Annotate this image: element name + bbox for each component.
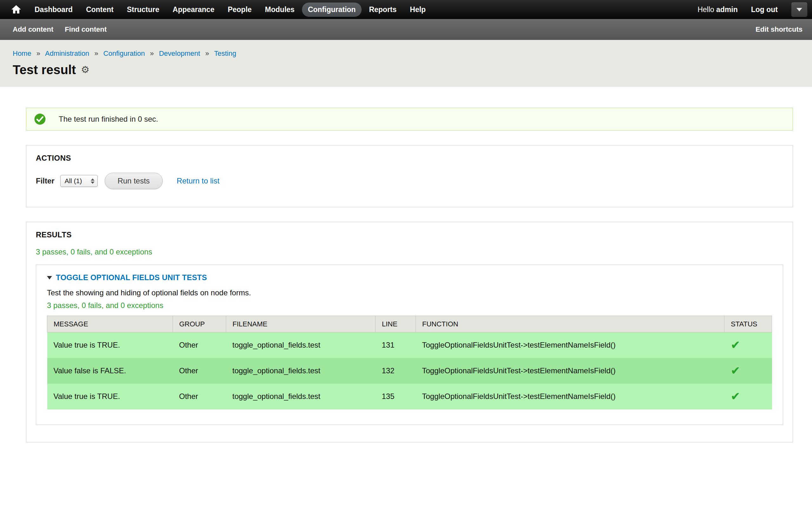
edit-shortcuts-link[interactable]: Edit shortcuts xyxy=(756,25,803,34)
column-header-filename: FILENAME xyxy=(226,316,375,332)
pass-check-icon: ✔ xyxy=(731,364,740,377)
user-greeting: Hello admin xyxy=(698,5,738,14)
toolbar-item-dashboard[interactable]: Dashboard xyxy=(29,3,79,17)
toolbar-item-configuration[interactable]: Configuration xyxy=(302,3,362,17)
toolbar-menu: Dashboard Content Structure Appearance P… xyxy=(29,3,432,17)
breadcrumb-separator: » xyxy=(94,49,98,57)
results-panel: RESULTS 3 passes, 0 fails, and 0 excepti… xyxy=(26,222,793,442)
actions-legend: ACTIONS xyxy=(36,154,783,163)
pass-check-icon: ✔ xyxy=(731,338,740,351)
cell-status: ✔ xyxy=(724,332,772,358)
cell-function: ToggleOptionalFieldsUnitTest->testElemen… xyxy=(416,332,724,358)
home-icon[interactable] xyxy=(8,0,24,19)
cell-group: Other xyxy=(173,384,226,409)
toolbar-right: Hello admin Log out xyxy=(698,2,812,17)
results-summary: 3 passes, 0 fails, and 0 exceptions xyxy=(36,247,783,257)
breadcrumb-home[interactable]: Home xyxy=(13,49,32,57)
filter-label: Filter xyxy=(36,176,55,185)
shortcut-add-content[interactable]: Add content xyxy=(13,25,53,34)
gear-icon[interactable]: ⚙ xyxy=(81,65,90,74)
status-text: The test run finished in 0 sec. xyxy=(59,115,158,124)
toolbar-toggle-button[interactable] xyxy=(791,2,808,17)
toolbar-item-structure[interactable]: Structure xyxy=(121,3,165,17)
pass-check-icon: ✔ xyxy=(731,390,740,403)
table-row: Value true is TRUE. Other toggle_optiona… xyxy=(47,384,772,409)
collapse-arrow-icon xyxy=(47,276,52,279)
results-legend: RESULTS xyxy=(36,230,783,239)
breadcrumb-separator: » xyxy=(37,49,40,57)
breadcrumb-development[interactable]: Development xyxy=(159,49,200,57)
actions-panel: ACTIONS Filter All (1) Run tests Return … xyxy=(26,145,793,207)
toolbar-item-content[interactable]: Content xyxy=(80,3,119,17)
page-header: Home » Administration » Configuration » … xyxy=(0,40,812,87)
filter-select[interactable]: All (1) xyxy=(60,175,98,187)
status-ok-icon xyxy=(34,113,46,125)
cell-message: Value true is TRUE. xyxy=(47,384,173,409)
toolbar-item-appearance[interactable]: Appearance xyxy=(166,3,220,17)
cell-line: 131 xyxy=(375,332,416,358)
test-group-toggle[interactable]: TOGGLE OPTIONAL FIELDS UNIT TESTS xyxy=(47,273,772,282)
actions-row: Filter All (1) Run tests Return to list xyxy=(36,173,783,207)
filter-select-value: All (1) xyxy=(65,177,82,185)
home-icon-glyph xyxy=(11,5,21,14)
greeting-prefix: Hello xyxy=(698,5,714,14)
run-tests-button[interactable]: Run tests xyxy=(105,173,163,189)
logout-link[interactable]: Log out xyxy=(751,5,778,14)
breadcrumb-separator: » xyxy=(150,49,154,57)
shortcut-find-content[interactable]: Find content xyxy=(65,25,107,34)
cell-line: 132 xyxy=(375,358,416,384)
cell-status: ✔ xyxy=(724,358,772,384)
table-row: Value false is FALSE. Other toggle_optio… xyxy=(47,358,772,384)
cell-filename: toggle_optional_fields.test xyxy=(226,384,375,409)
breadcrumb-administration[interactable]: Administration xyxy=(45,49,89,57)
breadcrumb-configuration[interactable]: Configuration xyxy=(103,49,145,57)
cell-group: Other xyxy=(173,332,226,358)
username: admin xyxy=(716,5,738,14)
return-to-list-link[interactable]: Return to list xyxy=(177,176,219,185)
cell-filename: toggle_optional_fields.test xyxy=(226,358,375,384)
column-header-message: MESSAGE xyxy=(47,316,173,332)
chevron-down-icon xyxy=(797,8,802,11)
test-group-description: Test the showing and hiding of optional … xyxy=(47,288,772,297)
page-title: Test result xyxy=(13,63,76,76)
breadcrumb-testing[interactable]: Testing xyxy=(214,49,236,57)
cell-group: Other xyxy=(173,358,226,384)
column-header-status: STATUS xyxy=(724,316,772,332)
select-arrows-icon xyxy=(91,178,95,184)
table-header-row: MESSAGE GROUP FILENAME LINE FUNCTION STA… xyxy=(47,316,772,332)
cell-status: ✔ xyxy=(724,384,772,409)
breadcrumb: Home » Administration » Configuration » … xyxy=(13,49,799,58)
column-header-line: LINE xyxy=(375,316,416,332)
cell-function: ToggleOptionalFieldsUnitTest->testElemen… xyxy=(416,358,724,384)
toolbar-item-help[interactable]: Help xyxy=(404,3,432,17)
results-table: MESSAGE GROUP FILENAME LINE FUNCTION STA… xyxy=(47,316,772,409)
breadcrumb-separator: » xyxy=(205,49,209,57)
column-header-group: GROUP xyxy=(173,316,226,332)
main-content: The test run finished in 0 sec. ACTIONS … xyxy=(0,87,812,442)
admin-toolbar: Dashboard Content Structure Appearance P… xyxy=(0,0,812,19)
cell-function: ToggleOptionalFieldsUnitTest->testElemen… xyxy=(416,384,724,409)
test-group-summary: 3 passes, 0 fails, and 0 exceptions xyxy=(47,301,772,310)
shortcuts-bar: Add content Find content Edit shortcuts xyxy=(0,19,812,40)
page-title-row: Test result ⚙ xyxy=(13,63,799,76)
cell-line: 135 xyxy=(375,384,416,409)
table-row: Value true is TRUE. Other toggle_optiona… xyxy=(47,332,772,358)
test-group-title: TOGGLE OPTIONAL FIELDS UNIT TESTS xyxy=(56,273,207,282)
toolbar-item-modules[interactable]: Modules xyxy=(259,3,300,17)
cell-filename: toggle_optional_fields.test xyxy=(226,332,375,358)
toolbar-item-people[interactable]: People xyxy=(222,3,258,17)
status-message: The test run finished in 0 sec. xyxy=(26,108,793,130)
column-header-function: FUNCTION xyxy=(416,316,724,332)
cell-message: Value true is TRUE. xyxy=(47,332,173,358)
toolbar-item-reports[interactable]: Reports xyxy=(363,3,403,17)
cell-message: Value false is FALSE. xyxy=(47,358,173,384)
test-group-panel: TOGGLE OPTIONAL FIELDS UNIT TESTS Test t… xyxy=(36,265,783,425)
